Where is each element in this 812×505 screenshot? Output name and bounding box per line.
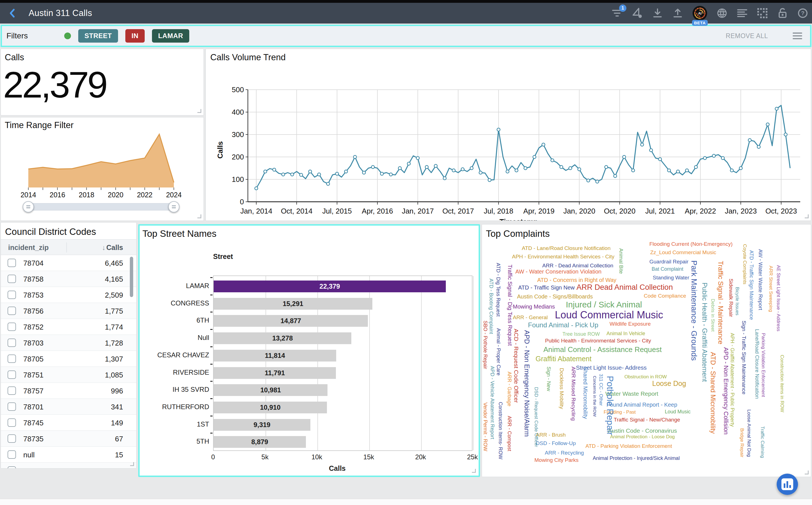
complaint-word[interactable]: APH - Graffiti Abatement - Public Proper… [730,333,735,427]
resize-handle[interactable] [805,214,809,218]
filter-icon[interactable]: 1 [612,8,623,18]
complaint-word[interactable]: Bicycle Issues [735,287,739,315]
complaint-word[interactable]: Debris in Street [710,299,715,332]
row-checkbox[interactable] [8,307,16,315]
complaint-word[interactable]: Sign - New [546,367,551,391]
complaint-word[interactable]: Vendor Permit - ROW [483,402,488,451]
table-row[interactable]: 78757996 [1,383,136,399]
column-header-calls[interactable]: Calls [106,243,123,251]
row-checkbox[interactable] [8,418,16,427]
measure-settings-icon[interactable] [632,8,643,18]
table-row[interactable]: 787521,774 [1,319,136,335]
table-scrollbar[interactable] [130,257,133,297]
complaint-word[interactable]: Loose Dog [652,380,686,387]
complaint-word[interactable]: SBO - Pothole Repair [483,321,488,369]
complaint-word[interactable]: DSD - Follow-Up [536,441,576,446]
globe-icon[interactable] [717,8,727,18]
row-checkbox[interactable] [8,354,16,363]
complaint-word[interactable]: ATD - Booting Complaint [489,279,494,334]
filter-chip-operator[interactable]: IN [125,29,145,43]
complaint-word[interactable]: AW - Water Conservation Violation [515,269,601,274]
complaint-word[interactable]: Animal Protection - Loose Dog [610,435,675,439]
row-checkbox[interactable] [8,466,16,469]
ai-assistant-icon[interactable]: AI BETA [693,6,707,20]
complaint-word[interactable]: ARR Street Sweeping [769,266,773,312]
table-row[interactable]: 787031,728 [1,335,136,351]
complaint-word[interactable]: Construction Items- ROW [498,402,503,459]
table-row[interactable]: 787532,509 [1,287,136,303]
complaint-word[interactable]: ARR - Recycling [545,450,584,455]
complaint-word[interactable]: Found Animal - Pick Up [528,322,598,328]
complaint-word[interactable]: ARR - Compost [507,416,512,451]
complaint-word[interactable]: Injured / Sick Animal [566,300,642,309]
complaint-word[interactable]: ARR - Brush [536,432,566,438]
complaint-word[interactable]: Loud Music [665,409,691,414]
complaint-word[interactable]: Public Health - Graffiti Abatement [701,283,708,382]
complaint-word[interactable]: Mowing Medians [513,304,555,309]
table-row[interactable]: 787051,307 [1,351,136,367]
column-header-zip[interactable]: incident_zip [8,243,48,251]
complaint-word[interactable]: Standing Water [653,275,689,280]
complaint-word[interactable]: DSD - Request Code Officer [534,387,539,447]
complaint-word[interactable]: Pothole Repair [605,376,615,435]
lock-icon[interactable] [777,8,788,18]
complaint-word[interactable]: ATD - Traffic Sign Maintenance [749,250,754,320]
row-checkbox[interactable] [8,450,16,459]
complaint-word[interactable]: Loud Commercial Music [555,310,663,320]
complaint-word[interactable]: Animal - Proper Care [496,328,501,375]
table-row[interactable]: 787046,465 [1,255,136,271]
complaint-word[interactable]: Shared Micromobility [583,367,588,419]
complaint-word[interactable]: ATD - Lane/Road Closure Notification [522,245,611,251]
complaint-word[interactable]: Traffic Signal - New/Change [614,417,680,422]
complaint-word[interactable]: Loose Animal Not Dog [747,409,752,457]
complaint-word[interactable]: APH - Environmental Health Services - Ci… [512,254,614,259]
complaint-word[interactable]: Flooding Current (Non-Emergency) [649,241,733,246]
complaint-word[interactable]: Austin Code - Coronavirus [608,428,677,434]
row-checkbox[interactable] [8,275,16,283]
table-row[interactable]: 787561,775 [1,303,136,319]
resize-handle[interactable] [805,471,809,475]
filter-chip-column[interactable]: STREET [78,29,118,43]
complaint-word[interactable]: ATD - Traffic Sign New [518,285,575,290]
complaint-word[interactable]: AW - Water Waste Report [758,249,763,310]
trend-line-chart[interactable]: 0100200300400500Jan, 2014Oct, 2014Jul, 2… [206,49,811,221]
table-row[interactable]: 7873567 [1,431,136,447]
charts-fab-button[interactable] [777,474,798,495]
row-checkbox[interactable] [8,323,16,331]
complaint-word[interactable]: ATD - Dig Tess Request [496,263,501,316]
filter-chip-value[interactable]: LAMAR [152,29,189,43]
complaint-word[interactable]: ARR - Garbage [507,372,512,406]
row-checkbox[interactable] [8,291,16,299]
complaint-word[interactable]: Austin Code - Signs/Billboards [517,294,593,299]
complaint-word[interactable]: AE Street Light Issue - Address [776,265,781,331]
slider-handle-right[interactable] [168,201,179,212]
row-checkbox[interactable] [8,259,16,267]
complaint-word[interactable]: Traffic Calming [760,426,765,458]
complaint-word[interactable]: APD - Non Emergency Noise/Alarm [524,330,530,437]
complaint-word[interactable]: Tree Issue ROW [562,332,600,337]
download-icon[interactable] [652,8,663,18]
complaint-word[interactable]: ARR Missed Recycling [571,367,576,420]
time-range-area-chart[interactable]: 201420162018202020222024 [1,118,204,199]
row-checkbox[interactable] [8,402,16,411]
upload-icon[interactable] [672,8,683,18]
back-icon[interactable] [8,8,17,18]
sort-descending-icon[interactable]: ↓ [102,243,106,251]
slider-track[interactable] [28,203,174,210]
resize-handle[interactable] [130,462,134,466]
table-row[interactable]: 78707 [1,463,136,469]
complaint-word[interactable]: Zz_Loud Commercial Music [650,250,716,255]
complaint-word[interactable]: APD - Non Emergency Collision [723,347,729,435]
help-icon[interactable]: ? [797,8,808,18]
list-icon[interactable] [737,8,748,18]
complaint-word[interactable]: Code Compliance [644,293,686,299]
complaint-word[interactable]: Sign - Traffic Sign Maintenance [741,321,747,394]
complaint-word[interactable]: ARR Dead Animal Collection [576,284,673,291]
complaint-word[interactable]: Animal In Vehicle [606,331,645,336]
table-row[interactable]: 78701341 [1,399,136,415]
complaint-word[interactable]: Found Animal Report - Keep [606,402,677,407]
resize-handle[interactable] [472,469,476,473]
table-row[interactable]: null15 [1,447,136,463]
table-row[interactable]: 78745149 [1,415,136,431]
complaint-word[interactable]: Guardrail Repair [649,259,688,264]
